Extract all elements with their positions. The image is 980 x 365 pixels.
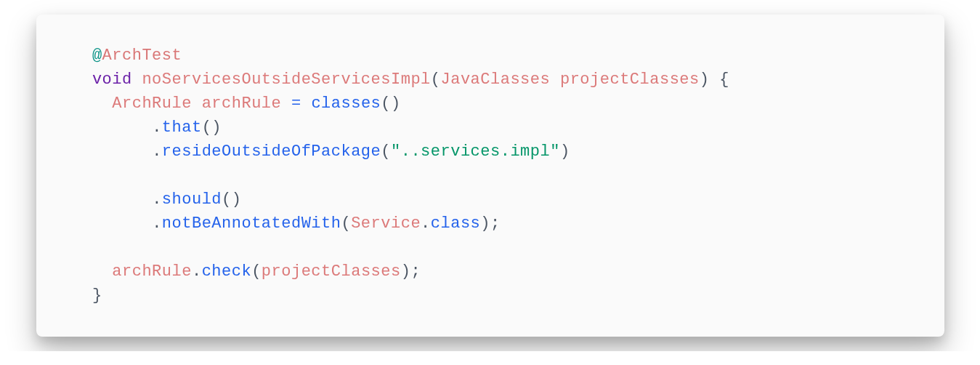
rparen: ): [232, 190, 242, 209]
lparen: (: [222, 190, 232, 209]
method-should: should: [162, 190, 222, 209]
indent: [73, 214, 153, 233]
dot: .: [421, 214, 431, 233]
indent: [73, 95, 113, 113]
method-notBeAnnotatedWith: notBeAnnotatedWith: [162, 214, 341, 233]
dot: .: [192, 262, 202, 281]
code-snippet-card: @ArchTest void noServicesOutsideServices…: [36, 15, 944, 337]
member-class: class: [431, 214, 481, 233]
method-that: that: [162, 119, 202, 137]
space: [301, 95, 312, 113]
indent: [73, 71, 92, 89]
dot: .: [152, 143, 162, 161]
param-name: projectClasses: [560, 71, 700, 89]
space: [281, 95, 291, 113]
rparen: ): [560, 143, 570, 161]
indent: [73, 190, 153, 209]
code-line-1: @ArchTest: [73, 44, 908, 68]
lparen: (: [381, 95, 391, 113]
lparen: (: [202, 119, 212, 137]
code-line-2: void noServicesOutsideServicesImpl(JavaC…: [73, 68, 908, 92]
space: [132, 71, 142, 89]
arg-projectClasses: projectClasses: [262, 262, 401, 281]
var-type: ArchRule: [112, 95, 192, 113]
code-line-4: .that(): [73, 116, 908, 140]
rparen: ): [391, 95, 401, 113]
indent: [73, 286, 92, 305]
annotation-at-symbol: @: [92, 47, 102, 65]
func-classes: classes: [311, 95, 381, 113]
space: [550, 71, 560, 89]
indent: [73, 47, 92, 65]
code-line-9: }: [73, 284, 908, 308]
rparen: ): [401, 262, 411, 281]
dot: .: [152, 214, 162, 233]
annotation-name: ArchTest: [102, 47, 182, 65]
code-line-5: .resideOutsideOfPackage("..services.impl…: [73, 140, 908, 164]
rbrace: }: [92, 286, 102, 305]
code-line-7: .notBeAnnotatedWith(Service.class);: [73, 212, 908, 236]
class-ref-service: Service: [351, 214, 421, 233]
lparen: (: [381, 143, 391, 161]
method-resideOutsideOfPackage: resideOutsideOfPackage: [162, 143, 381, 161]
code-line-6: .should(): [73, 188, 908, 212]
semicolon: ;: [490, 214, 501, 233]
space: [192, 95, 202, 113]
indent: [73, 262, 113, 281]
semicolon: ;: [410, 262, 421, 281]
equals-operator: =: [291, 95, 301, 113]
var-ref-archRule: archRule: [112, 262, 192, 281]
rparen: ): [211, 119, 222, 137]
method-name: noServicesOutsideServicesImpl: [142, 71, 430, 89]
indent: [73, 119, 153, 137]
var-name: archRule: [202, 95, 282, 113]
rparen: ): [480, 214, 490, 233]
param-type: JavaClasses: [441, 71, 551, 89]
code-line-blank: [73, 164, 908, 188]
code-line-3: ArchRule archRule = classes(): [73, 92, 908, 116]
rparen: ): [700, 71, 710, 89]
method-check: check: [202, 262, 252, 281]
code-line-8: archRule.check(projectClasses);: [73, 260, 908, 284]
lparen: (: [341, 214, 351, 233]
code-line-blank: [73, 236, 908, 260]
dot: .: [152, 119, 162, 137]
space: [709, 71, 719, 89]
indent: [73, 143, 153, 161]
lparen: (: [251, 262, 262, 281]
lparen: (: [431, 71, 441, 89]
dot: .: [152, 190, 162, 209]
string-literal: "..services.impl": [391, 143, 560, 161]
keyword-void: void: [92, 71, 132, 89]
lbrace: {: [719, 71, 729, 89]
